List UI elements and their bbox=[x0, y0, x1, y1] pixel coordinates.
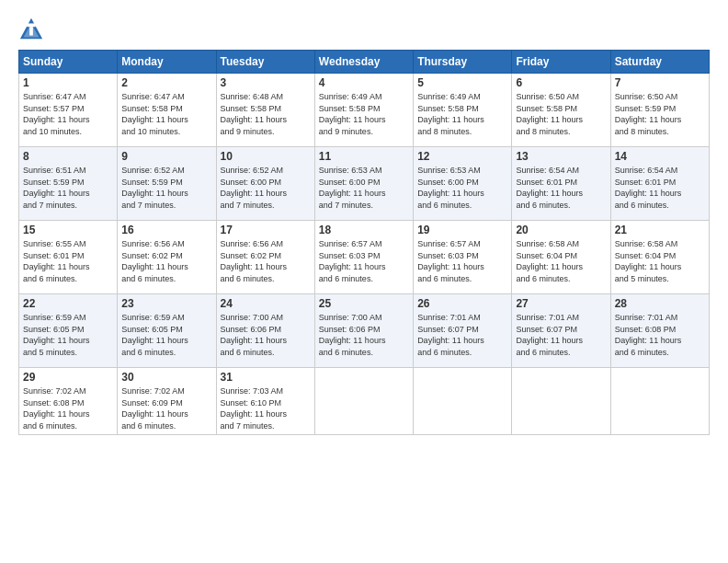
calendar-cell: 10Sunrise: 6:52 AMSunset: 6:00 PMDayligh… bbox=[216, 147, 314, 221]
cell-info: Sunrise: 6:56 AMSunset: 6:02 PMDaylight:… bbox=[121, 238, 211, 284]
day-number: 27 bbox=[516, 297, 606, 310]
day-number: 28 bbox=[615, 297, 705, 310]
calendar-cell: 30Sunrise: 7:02 AMSunset: 6:09 PMDayligh… bbox=[118, 368, 216, 435]
day-number: 8 bbox=[23, 150, 113, 163]
cell-info: Sunrise: 6:50 AMSunset: 5:58 PMDaylight:… bbox=[516, 91, 606, 137]
cell-info: Sunrise: 6:47 AMSunset: 5:57 PMDaylight:… bbox=[23, 91, 113, 137]
day-number: 22 bbox=[23, 297, 113, 310]
svg-rect-3 bbox=[27, 23, 35, 27]
calendar-cell bbox=[414, 368, 512, 435]
cell-info: Sunrise: 7:00 AMSunset: 6:06 PMDaylight:… bbox=[319, 312, 409, 358]
calendar-cell: 9Sunrise: 6:52 AMSunset: 5:59 PMDaylight… bbox=[118, 147, 216, 221]
calendar-week-4: 22Sunrise: 6:59 AMSunset: 6:05 PMDayligh… bbox=[19, 294, 710, 368]
calendar-cell: 27Sunrise: 7:01 AMSunset: 6:07 PMDayligh… bbox=[512, 294, 610, 368]
day-number: 14 bbox=[615, 150, 705, 163]
cell-info: Sunrise: 6:53 AMSunset: 6:00 PMDaylight:… bbox=[319, 165, 409, 211]
calendar-week-3: 15Sunrise: 6:55 AMSunset: 6:01 PMDayligh… bbox=[19, 221, 710, 294]
cell-info: Sunrise: 6:47 AMSunset: 5:58 PMDaylight:… bbox=[121, 91, 211, 137]
cell-info: Sunrise: 6:52 AMSunset: 6:00 PMDaylight:… bbox=[221, 165, 311, 211]
cell-info: Sunrise: 7:02 AMSunset: 6:09 PMDaylight:… bbox=[121, 385, 211, 431]
calendar-cell: 20Sunrise: 6:58 AMSunset: 6:04 PMDayligh… bbox=[512, 221, 610, 294]
logo-icon bbox=[18, 17, 44, 42]
calendar-cell: 28Sunrise: 7:01 AMSunset: 6:08 PMDayligh… bbox=[610, 294, 709, 368]
day-number: 16 bbox=[121, 224, 211, 236]
cell-info: Sunrise: 7:03 AMSunset: 6:10 PMDaylight:… bbox=[221, 385, 311, 431]
day-number: 6 bbox=[516, 76, 606, 89]
calendar-cell: 26Sunrise: 7:01 AMSunset: 6:07 PMDayligh… bbox=[414, 294, 512, 368]
day-number: 13 bbox=[516, 150, 606, 163]
cell-info: Sunrise: 6:54 AMSunset: 6:01 PMDaylight:… bbox=[615, 165, 705, 211]
calendar-cell: 24Sunrise: 7:00 AMSunset: 6:06 PMDayligh… bbox=[216, 294, 314, 368]
day-number: 5 bbox=[417, 76, 507, 89]
calendar-cell: 13Sunrise: 6:54 AMSunset: 6:01 PMDayligh… bbox=[512, 147, 610, 221]
header bbox=[18, 17, 710, 42]
day-number: 30 bbox=[121, 371, 211, 384]
day-number: 17 bbox=[221, 224, 311, 236]
calendar-cell: 14Sunrise: 6:54 AMSunset: 6:01 PMDayligh… bbox=[610, 147, 709, 221]
calendar-cell bbox=[314, 368, 413, 435]
cell-info: Sunrise: 6:55 AMSunset: 6:01 PMDaylight:… bbox=[23, 238, 113, 284]
cell-info: Sunrise: 6:57 AMSunset: 6:03 PMDaylight:… bbox=[417, 238, 507, 284]
cell-info: Sunrise: 6:59 AMSunset: 6:05 PMDaylight:… bbox=[121, 312, 211, 358]
calendar-cell: 11Sunrise: 6:53 AMSunset: 6:00 PMDayligh… bbox=[314, 147, 413, 221]
cell-info: Sunrise: 6:49 AMSunset: 5:58 PMDaylight:… bbox=[319, 91, 409, 137]
calendar-cell: 12Sunrise: 6:53 AMSunset: 6:00 PMDayligh… bbox=[414, 147, 512, 221]
weekday-monday: Monday bbox=[118, 51, 216, 74]
calendar-cell bbox=[512, 368, 610, 435]
cell-info: Sunrise: 6:58 AMSunset: 6:04 PMDaylight:… bbox=[615, 238, 705, 284]
cell-info: Sunrise: 6:54 AMSunset: 6:01 PMDaylight:… bbox=[516, 165, 606, 211]
calendar-week-1: 1Sunrise: 6:47 AMSunset: 5:57 PMDaylight… bbox=[19, 74, 710, 147]
day-number: 9 bbox=[121, 150, 211, 163]
day-number: 10 bbox=[221, 150, 311, 163]
weekday-tuesday: Tuesday bbox=[216, 51, 314, 74]
cell-info: Sunrise: 7:01 AMSunset: 6:08 PMDaylight:… bbox=[615, 312, 705, 358]
page: SundayMondayTuesdayWednesdayThursdayFrid… bbox=[0, 0, 728, 563]
day-number: 11 bbox=[319, 150, 409, 163]
day-number: 29 bbox=[23, 371, 113, 384]
day-number: 20 bbox=[516, 224, 606, 236]
day-number: 4 bbox=[319, 76, 409, 89]
day-number: 3 bbox=[221, 76, 311, 89]
day-number: 23 bbox=[121, 297, 211, 310]
day-number: 24 bbox=[221, 297, 311, 310]
day-number: 7 bbox=[615, 76, 705, 89]
calendar-cell: 23Sunrise: 6:59 AMSunset: 6:05 PMDayligh… bbox=[118, 294, 216, 368]
day-number: 2 bbox=[121, 76, 211, 89]
cell-info: Sunrise: 6:56 AMSunset: 6:02 PMDaylight:… bbox=[221, 238, 311, 284]
calendar-cell: 31Sunrise: 7:03 AMSunset: 6:10 PMDayligh… bbox=[216, 368, 314, 435]
day-number: 1 bbox=[23, 76, 113, 89]
cell-info: Sunrise: 6:51 AMSunset: 5:59 PMDaylight:… bbox=[23, 165, 113, 211]
weekday-sunday: Sunday bbox=[19, 51, 118, 74]
day-number: 31 bbox=[221, 371, 311, 384]
cell-info: Sunrise: 6:58 AMSunset: 6:04 PMDaylight:… bbox=[516, 238, 606, 284]
day-number: 21 bbox=[615, 224, 705, 236]
weekday-saturday: Saturday bbox=[610, 51, 709, 74]
calendar-cell bbox=[610, 368, 709, 435]
calendar-cell: 7Sunrise: 6:50 AMSunset: 5:59 PMDaylight… bbox=[610, 74, 709, 147]
cell-info: Sunrise: 6:59 AMSunset: 6:05 PMDaylight:… bbox=[23, 312, 113, 358]
cell-info: Sunrise: 7:02 AMSunset: 6:08 PMDaylight:… bbox=[23, 385, 113, 431]
cell-info: Sunrise: 7:01 AMSunset: 6:07 PMDaylight:… bbox=[516, 312, 606, 358]
weekday-header-row: SundayMondayTuesdayWednesdayThursdayFrid… bbox=[19, 51, 710, 74]
day-number: 18 bbox=[319, 224, 409, 236]
day-number: 25 bbox=[319, 297, 409, 310]
calendar-cell: 17Sunrise: 6:56 AMSunset: 6:02 PMDayligh… bbox=[216, 221, 314, 294]
calendar-cell: 3Sunrise: 6:48 AMSunset: 5:58 PMDaylight… bbox=[216, 74, 314, 147]
calendar-cell: 5Sunrise: 6:49 AMSunset: 5:58 PMDaylight… bbox=[414, 74, 512, 147]
svg-rect-2 bbox=[29, 27, 33, 35]
calendar-week-2: 8Sunrise: 6:51 AMSunset: 5:59 PMDaylight… bbox=[19, 147, 710, 221]
logo bbox=[18, 17, 48, 42]
calendar-cell: 4Sunrise: 6:49 AMSunset: 5:58 PMDaylight… bbox=[314, 74, 413, 147]
calendar-cell: 25Sunrise: 7:00 AMSunset: 6:06 PMDayligh… bbox=[314, 294, 413, 368]
calendar-cell: 16Sunrise: 6:56 AMSunset: 6:02 PMDayligh… bbox=[118, 221, 216, 294]
calendar-cell: 15Sunrise: 6:55 AMSunset: 6:01 PMDayligh… bbox=[19, 221, 118, 294]
day-number: 19 bbox=[417, 224, 507, 236]
calendar-cell: 6Sunrise: 6:50 AMSunset: 5:58 PMDaylight… bbox=[512, 74, 610, 147]
calendar-cell: 29Sunrise: 7:02 AMSunset: 6:08 PMDayligh… bbox=[19, 368, 118, 435]
calendar-week-5: 29Sunrise: 7:02 AMSunset: 6:08 PMDayligh… bbox=[19, 368, 710, 435]
weekday-thursday: Thursday bbox=[414, 51, 512, 74]
calendar-cell: 19Sunrise: 6:57 AMSunset: 6:03 PMDayligh… bbox=[414, 221, 512, 294]
cell-info: Sunrise: 6:49 AMSunset: 5:58 PMDaylight:… bbox=[417, 91, 507, 137]
cell-info: Sunrise: 6:48 AMSunset: 5:58 PMDaylight:… bbox=[221, 91, 311, 137]
calendar-cell: 2Sunrise: 6:47 AMSunset: 5:58 PMDaylight… bbox=[118, 74, 216, 147]
